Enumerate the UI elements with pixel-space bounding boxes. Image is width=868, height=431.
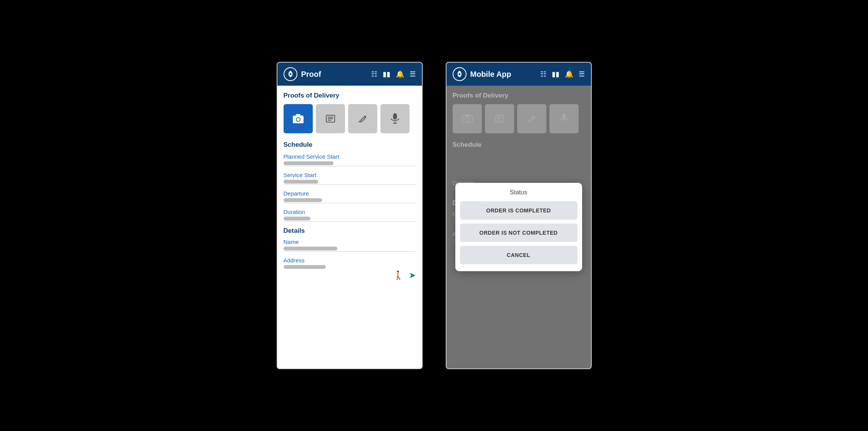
left-departure-label: Departure xyxy=(284,190,416,197)
right-logo xyxy=(453,67,466,81)
right-app-title: Mobile App xyxy=(470,70,540,79)
left-departure-bar xyxy=(284,198,322,202)
modal-title: Status xyxy=(455,189,582,196)
right-dimmed-content: Proofs of Delivery xyxy=(446,86,591,368)
left-duration-divider xyxy=(284,221,416,222)
menu-icon[interactable]: ☰ xyxy=(410,70,416,78)
left-duration-bar xyxy=(284,217,310,220)
left-pod-icons xyxy=(284,104,416,133)
left-mic-button[interactable] xyxy=(380,104,410,133)
left-content: Proofs of Delivery xyxy=(277,86,422,368)
left-schedule-title: Schedule xyxy=(284,141,416,149)
left-name-divider xyxy=(284,251,416,252)
left-departure-divider xyxy=(284,203,416,203)
bar-chart-icon[interactable]: ▮▮ xyxy=(383,70,390,78)
left-pods-title: Proofs of Delivery xyxy=(284,92,416,99)
svg-point-0 xyxy=(289,73,291,75)
list-icon[interactable]: ☷ xyxy=(371,70,377,78)
left-address-bar xyxy=(284,265,326,269)
left-service-divider xyxy=(284,184,416,185)
status-modal-backdrop: Status ORDER IS COMPLETED ORDER IS NOT C… xyxy=(446,86,591,368)
right-phone: Mobile App ☷ ▮▮ 🔔 ☰ Proofs of Delivery xyxy=(446,62,592,369)
left-list-button[interactable] xyxy=(316,104,345,133)
cancel-button[interactable]: CANCEL xyxy=(460,246,578,264)
left-phone: Proof ☷ ▮▮ 🔔 ☰ Proofs of Delivery xyxy=(277,62,423,369)
left-duration-label: Duration xyxy=(284,209,416,215)
right-header: Mobile App ☷ ▮▮ 🔔 ☰ xyxy=(446,63,591,86)
list-icon-right[interactable]: ☷ xyxy=(540,70,546,78)
svg-rect-9 xyxy=(393,113,397,119)
left-address-label: Address xyxy=(284,257,416,264)
left-name-bar xyxy=(284,247,337,250)
svg-rect-4 xyxy=(296,114,300,116)
left-planned-service-label: Planned Service Start xyxy=(284,153,416,160)
order-completed-button[interactable]: ORDER IS COMPLETED xyxy=(460,201,578,220)
menu-icon-right[interactable]: ☰ xyxy=(579,70,585,78)
left-planned-bar xyxy=(284,161,334,165)
left-service-start-label: Service Start xyxy=(284,172,416,178)
left-edit-button[interactable] xyxy=(348,104,377,133)
left-app-title: Proof xyxy=(301,70,371,79)
left-details-title: Details xyxy=(284,227,416,235)
order-not-completed-button[interactable]: ORDER IS NOT COMPLETED xyxy=(460,224,578,242)
bar-chart-icon-right[interactable]: ▮▮ xyxy=(552,70,559,78)
left-details: Details Name Address 🚶 ➤ xyxy=(284,227,416,280)
left-name-label: Name xyxy=(284,239,416,245)
left-schedule: Schedule Planned Service Start Service S… xyxy=(284,141,416,222)
left-header-icons: ☷ ▮▮ 🔔 ☰ xyxy=(371,70,416,78)
svg-point-12 xyxy=(458,73,460,75)
left-address-icons: 🚶 ➤ xyxy=(284,270,416,280)
status-modal: Status ORDER IS COMPLETED ORDER IS NOT C… xyxy=(455,183,582,271)
bell-icon-right[interactable]: 🔔 xyxy=(565,70,573,78)
navigation-icon[interactable]: ➤ xyxy=(409,270,416,280)
left-service-bar xyxy=(284,180,318,184)
person-pin-icon[interactable]: 🚶 xyxy=(393,270,403,280)
svg-point-3 xyxy=(297,118,300,121)
left-planned-divider xyxy=(284,166,416,166)
bell-icon[interactable]: 🔔 xyxy=(396,70,404,78)
left-camera-button[interactable] xyxy=(284,104,313,133)
left-header: Proof ☷ ▮▮ 🔔 ☰ xyxy=(277,63,422,86)
left-logo xyxy=(284,67,297,81)
right-header-icons: ☷ ▮▮ 🔔 ☰ xyxy=(540,70,585,78)
